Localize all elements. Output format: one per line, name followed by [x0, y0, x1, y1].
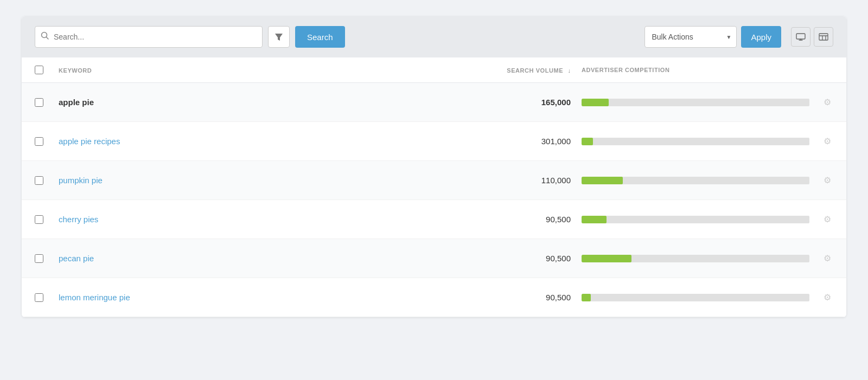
- competition-bar-background: [582, 177, 809, 184]
- desktop-icon: [796, 33, 806, 41]
- row-checkbox-wrapper: [35, 254, 59, 263]
- col-volume-header[interactable]: Search Volume ↓: [462, 65, 582, 75]
- table-icon: [819, 33, 828, 41]
- row-volume: 90,500: [462, 215, 582, 224]
- row-actions: ⚙: [809, 134, 833, 149]
- svg-rect-6: [819, 34, 828, 40]
- toolbar: Search Bulk Actions Delete Export Add to…: [22, 16, 846, 57]
- row-checkbox-wrapper: [35, 176, 59, 185]
- row-volume: 110,000: [462, 176, 582, 185]
- row-volume: 165,000: [462, 98, 582, 107]
- competition-bar-fill: [582, 294, 591, 301]
- apply-button[interactable]: Apply: [741, 26, 781, 48]
- row-competition: [582, 294, 809, 301]
- row-competition: [582, 255, 809, 262]
- bulk-actions-select[interactable]: Bulk Actions Delete Export Add to List: [644, 26, 737, 48]
- row-actions: ⚙: [809, 173, 833, 188]
- svg-line-1: [47, 37, 49, 40]
- competition-bar-background: [582, 294, 809, 301]
- desktop-view-button[interactable]: [791, 27, 810, 47]
- row-keyword: lemon meringue pie: [59, 293, 462, 302]
- row-competition: [582, 216, 809, 223]
- search-icon: [41, 31, 49, 42]
- row-competition: [582, 99, 809, 106]
- row-competition: [582, 138, 809, 145]
- competition-bar-background: [582, 138, 809, 145]
- filter-button[interactable]: [268, 26, 290, 48]
- row-settings-button[interactable]: ⚙: [821, 173, 833, 188]
- row-checkbox[interactable]: [35, 215, 43, 224]
- row-keyword: pumpkin pie: [59, 176, 462, 185]
- row-keyword: apple pie recipes: [59, 137, 462, 146]
- filter-icon: [275, 33, 283, 41]
- view-icons: [791, 27, 833, 47]
- competition-bar-fill: [582, 138, 593, 145]
- row-checkbox-wrapper: [35, 215, 59, 224]
- row-keyword: apple pie: [59, 98, 462, 107]
- row-volume: 90,500: [462, 293, 582, 302]
- keyword-link[interactable]: apple pie recipes: [59, 137, 120, 146]
- competition-column-label: Advertiser Competition: [582, 67, 669, 73]
- row-keyword: pecan pie: [59, 254, 462, 263]
- svg-marker-2: [275, 34, 283, 41]
- row-competition: [582, 177, 809, 184]
- select-all-checkbox[interactable]: [35, 66, 43, 74]
- bulk-select-wrap: Bulk Actions Delete Export Add to List: [644, 26, 737, 48]
- row-actions: ⚙: [809, 251, 833, 266]
- keyword-text: apple pie: [59, 98, 94, 107]
- sort-arrow-icon: ↓: [568, 67, 571, 74]
- bulk-actions-wrapper: Bulk Actions Delete Export Add to List A…: [644, 26, 781, 48]
- row-settings-button[interactable]: ⚙: [821, 95, 833, 110]
- table-row: cherry pies 90,500 ⚙: [22, 200, 846, 239]
- row-checkbox-wrapper: [35, 293, 59, 302]
- table-row: lemon meringue pie 90,500 ⚙: [22, 278, 846, 317]
- competition-bar-fill: [582, 255, 631, 262]
- svg-rect-3: [796, 34, 805, 39]
- row-settings-button[interactable]: ⚙: [821, 212, 833, 227]
- search-input[interactable]: [54, 33, 257, 41]
- competition-bar-fill: [582, 99, 609, 106]
- table-view-button[interactable]: [814, 27, 833, 47]
- search-button[interactable]: Search: [295, 26, 345, 48]
- competition-bar-fill: [582, 216, 607, 223]
- row-checkbox[interactable]: [35, 293, 43, 302]
- row-keyword: cherry pies: [59, 215, 462, 224]
- row-checkbox[interactable]: [35, 254, 43, 263]
- header-checkbox-wrapper: [35, 66, 59, 74]
- row-checkbox[interactable]: [35, 98, 43, 107]
- keyword-link[interactable]: pumpkin pie: [59, 176, 103, 185]
- col-competition-header: Advertiser Competition: [582, 67, 809, 73]
- keyword-link[interactable]: lemon meringue pie: [59, 293, 130, 302]
- table-header: Keyword Search Volume ↓ Advertiser Compe…: [22, 57, 846, 83]
- table-row: pecan pie 90,500 ⚙: [22, 239, 846, 278]
- row-actions: ⚙: [809, 95, 833, 110]
- competition-bar-background: [582, 99, 809, 106]
- table-rows: apple pie 165,000 ⚙ apple pie recipes 30…: [22, 83, 846, 317]
- competition-bar-background: [582, 255, 809, 262]
- keyword-link[interactable]: cherry pies: [59, 215, 98, 224]
- table-row: apple pie 165,000 ⚙: [22, 83, 846, 122]
- row-checkbox[interactable]: [35, 176, 43, 185]
- row-settings-button[interactable]: ⚙: [821, 134, 833, 149]
- main-container: Search Bulk Actions Delete Export Add to…: [22, 16, 846, 317]
- row-settings-button[interactable]: ⚙: [821, 290, 833, 305]
- competition-bar-fill: [582, 177, 623, 184]
- row-actions: ⚙: [809, 212, 833, 227]
- row-volume: 301,000: [462, 137, 582, 146]
- row-checkbox[interactable]: [35, 137, 43, 146]
- row-settings-button[interactable]: ⚙: [821, 251, 833, 266]
- table-row: apple pie recipes 301,000 ⚙: [22, 122, 846, 161]
- volume-column-label: Search Volume: [507, 67, 563, 74]
- competition-bar-background: [582, 216, 809, 223]
- keyword-link[interactable]: pecan pie: [59, 254, 94, 263]
- row-checkbox-wrapper: [35, 137, 59, 146]
- col-keyword-header: Keyword: [59, 65, 462, 75]
- search-wrapper: [35, 26, 263, 48]
- row-volume: 90,500: [462, 254, 582, 263]
- table-row: pumpkin pie 110,000 ⚙: [22, 161, 846, 200]
- row-actions: ⚙: [809, 290, 833, 305]
- row-checkbox-wrapper: [35, 98, 59, 107]
- keyword-column-label: Keyword: [59, 67, 92, 74]
